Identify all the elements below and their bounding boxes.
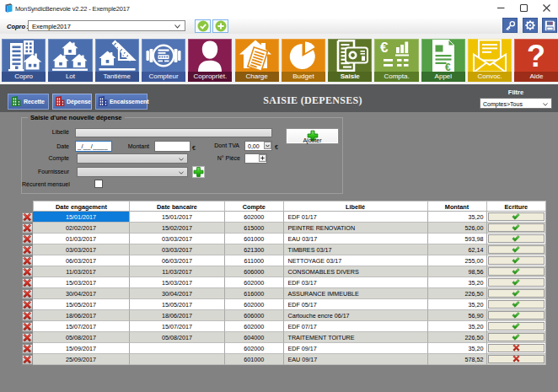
svg-text:€: € (380, 40, 389, 56)
svg-text:?: ? (527, 39, 545, 73)
svg-text:€: € (445, 61, 451, 72)
